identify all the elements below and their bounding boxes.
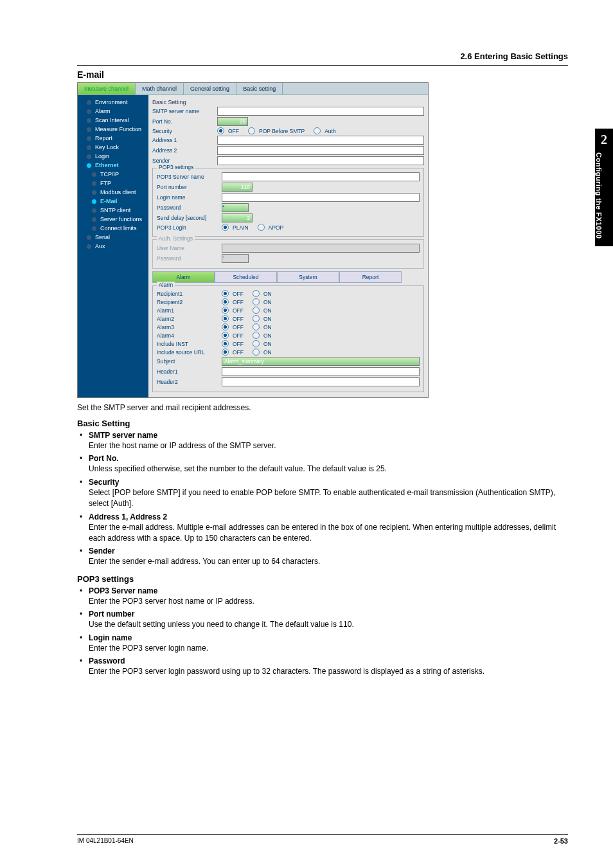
radio-off[interactable]: [222, 315, 229, 322]
off-label: OFF: [233, 349, 244, 356]
address2-field[interactable]: [217, 146, 424, 155]
sidebar-item[interactable]: Scan Interval: [78, 116, 148, 125]
pop3-password-label: Password: [157, 204, 218, 211]
sidebar-item[interactable]: Environment: [78, 98, 148, 107]
pop3-server-field[interactable]: [222, 172, 420, 181]
radio-off[interactable]: [222, 298, 229, 305]
radio-off[interactable]: [222, 323, 229, 330]
port-no-field[interactable]: 25: [217, 117, 248, 126]
mail-condition-tabs: Alarm Scheduled System Report: [152, 271, 424, 283]
alarm-row: Alarm4OFFON: [157, 332, 420, 339]
subsection-heading: Basic Setting: [77, 419, 568, 428]
sidebar-item[interactable]: Connect limits: [78, 224, 148, 233]
address2-label: Address 2: [152, 147, 213, 154]
sender-field[interactable]: [217, 156, 424, 165]
sidebar-item[interactable]: Serial: [78, 233, 148, 242]
tab-measure-channel[interactable]: Measure channel: [78, 83, 136, 95]
sidebar-item[interactable]: SNTP client: [78, 206, 148, 215]
sidebar-item[interactable]: Login: [78, 152, 148, 161]
sidebar-item-label: Ethernet: [95, 162, 119, 168]
sidebar-item[interactable]: E-Mail: [78, 197, 148, 206]
sidebar-dot-icon: [92, 217, 96, 222]
bullet-heading: Port number: [89, 610, 568, 619]
caption-text: Set the SMTP server and mail recipient a…: [77, 403, 568, 412]
radio-on[interactable]: [253, 315, 260, 322]
sidebar-item-label: Login: [95, 153, 109, 159]
sidebar-item[interactable]: Key Lock: [78, 143, 148, 152]
send-delay-label: Send delay [second]: [157, 215, 218, 221]
sidebar-item-label: Scan Interval: [95, 117, 129, 123]
header2-field[interactable]: [222, 377, 420, 386]
sidebar-item[interactable]: Aux: [78, 242, 148, 251]
radio-on[interactable]: [253, 323, 260, 330]
radio-on[interactable]: [253, 332, 260, 339]
bullet-body: Select [POP before SMTP] if you need to …: [89, 487, 568, 510]
sidebar-dot-icon: [87, 163, 91, 168]
bullet-item: Login nameEnter the POP3 server login na…: [77, 633, 568, 654]
header2-label: Header2: [157, 379, 218, 385]
off-label: OFF: [233, 324, 244, 330]
pop3-login-radio-apop[interactable]: [258, 224, 265, 231]
address1-label: Address 1: [152, 137, 213, 143]
radio-on[interactable]: [253, 340, 260, 347]
on-label: ON: [263, 307, 272, 314]
sidebar-dot-icon: [92, 172, 96, 177]
sidebar-item[interactable]: Report: [78, 134, 148, 143]
bullet-item: Port No.Unless specified otherwise, set …: [77, 454, 568, 475]
sidebar-item[interactable]: Measure Function: [78, 125, 148, 134]
radio-off[interactable]: [222, 307, 229, 314]
bullet-body: Enter the host name or IP address of the…: [89, 440, 568, 451]
sidebar-item[interactable]: FTP: [78, 179, 148, 188]
sidebar-item[interactable]: TCP/IP: [78, 170, 148, 179]
sender-label: Sender: [152, 158, 213, 164]
radio-on[interactable]: [253, 348, 260, 356]
send-delay-field[interactable]: 2: [222, 213, 253, 222]
tab-basic-setting[interactable]: Basic setting: [236, 83, 283, 95]
sidebar-item-label: Serial: [95, 234, 110, 240]
smtp-server-field[interactable]: [217, 107, 424, 116]
subject-field[interactable]: Alarm_summary: [222, 357, 420, 366]
pop3-login-radio-plain[interactable]: [222, 224, 229, 231]
radio-on[interactable]: [253, 298, 260, 305]
pop3-password-field[interactable]: *: [222, 203, 249, 212]
tab-report[interactable]: Report: [339, 271, 402, 283]
radio-off[interactable]: [222, 340, 229, 347]
screenshot-window: Measure channel Math channel General set…: [77, 82, 429, 398]
auth-user-field: [222, 244, 420, 253]
header1-field[interactable]: [222, 367, 420, 376]
bullet-item: Address 1, Address 2Enter the e-mail add…: [77, 512, 568, 545]
radio-off[interactable]: [222, 290, 229, 297]
tab-math-channel[interactable]: Math channel: [136, 83, 184, 95]
security-radio-off[interactable]: [217, 127, 224, 134]
on-label: ON: [263, 349, 272, 356]
auth-user-label: User Name: [157, 245, 218, 251]
top-tab-row: Measure channel Math channel General set…: [78, 83, 428, 95]
sidebar: EnvironmentAlarmScan IntervalMeasure Fun…: [78, 95, 148, 397]
radio-off[interactable]: [222, 348, 229, 356]
radio-on[interactable]: [253, 290, 260, 297]
tab-system[interactable]: System: [277, 271, 339, 283]
radio-on[interactable]: [253, 307, 260, 314]
sidebar-item[interactable]: Ethernet: [78, 161, 148, 170]
bullet-body: Enter the POP3 server login name.: [89, 643, 568, 654]
sidebar-dot-icon: [87, 127, 91, 132]
off-label: OFF: [233, 332, 244, 339]
sidebar-item[interactable]: Alarm: [78, 107, 148, 116]
tab-scheduled[interactable]: Scheduled: [215, 271, 277, 283]
security-radio-pop[interactable]: [248, 127, 255, 134]
security-radio-auth[interactable]: [314, 127, 321, 134]
chapter-thumb-tab: 2 Configuring the FX1000: [595, 129, 613, 246]
alarm-row-label: Alarm3: [157, 324, 218, 330]
bullet-item: Port numberUse the default setting unles…: [77, 610, 568, 630]
sidebar-dot-icon: [87, 154, 91, 159]
sidebar-item[interactable]: Modbus client: [78, 188, 148, 197]
bullet-item: PasswordEnter the POP3 server login pass…: [77, 656, 568, 677]
sidebar-item[interactable]: Server functions: [78, 215, 148, 224]
radio-off[interactable]: [222, 332, 229, 339]
pop3-port-field[interactable]: 110: [222, 183, 253, 192]
address1-field[interactable]: [217, 136, 424, 145]
pop3-login-name-field[interactable]: [222, 193, 420, 202]
bullet-list: POP3 Server nameEnter the POP3 server ho…: [77, 586, 568, 678]
sidebar-dot-icon: [92, 226, 96, 231]
tab-general-setting[interactable]: General setting: [184, 83, 236, 95]
